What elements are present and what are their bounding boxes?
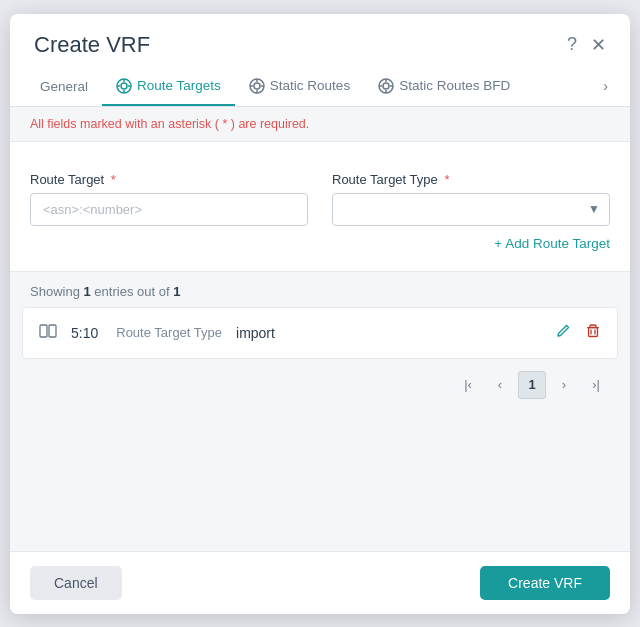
form-section: Route Target * Route Target Type * impor…: [10, 142, 630, 272]
help-button[interactable]: ?: [567, 34, 577, 55]
required-star-1: *: [107, 172, 116, 187]
row-item-icon: [39, 322, 57, 344]
add-route-target-row: + Add Route Target: [30, 226, 610, 251]
required-star-2: *: [441, 172, 450, 187]
row-type-value: import: [236, 325, 275, 341]
tab-static-routes[interactable]: Static Routes: [235, 66, 364, 106]
tab-route-targets-label: Route Targets: [137, 78, 221, 93]
header-icons: ? ✕: [567, 34, 606, 56]
dialog-footer: Cancel Create VRF: [10, 551, 630, 614]
cancel-button[interactable]: Cancel: [30, 566, 122, 600]
delete-row-button[interactable]: [585, 323, 601, 343]
row-type-label: Route Target Type: [116, 325, 222, 340]
route-target-type-select-wrapper: import export both ▼: [332, 193, 610, 226]
table-info: Showing 1 entries out of 1: [10, 272, 630, 307]
svg-rect-19: [49, 325, 56, 337]
dialog-header: Create VRF ? ✕: [10, 14, 630, 58]
tab-static-routes-label: Static Routes: [270, 78, 350, 93]
dialog-title: Create VRF: [34, 32, 150, 58]
row-value: 5:10: [71, 325, 98, 341]
tab-bar: General Route Targets Static Routes Stat…: [10, 66, 630, 107]
create-vrf-dialog: Create VRF ? ✕ General Route Targets Sta…: [10, 14, 630, 614]
asterisk: *: [219, 117, 231, 131]
form-row: Route Target * Route Target Type * impor…: [30, 172, 610, 226]
tab-general[interactable]: General: [26, 67, 102, 106]
close-button[interactable]: ✕: [591, 34, 606, 56]
route-target-field: Route Target *: [30, 172, 308, 226]
route-target-input[interactable]: [30, 193, 308, 226]
svg-rect-18: [40, 325, 47, 337]
static-routes-icon: [249, 78, 265, 94]
route-target-label: Route Target *: [30, 172, 308, 187]
edit-row-button[interactable]: [555, 323, 571, 343]
svg-rect-21: [589, 327, 598, 336]
static-routes-bfd-icon: [378, 78, 394, 94]
create-vrf-button[interactable]: Create VRF: [480, 566, 610, 600]
page-first-button[interactable]: |‹: [454, 371, 482, 399]
table-section: Showing 1 entries out of 1 5:10 Route Ta…: [10, 272, 630, 551]
table-row: 5:10 Route Target Type import: [22, 307, 618, 359]
add-route-target-button[interactable]: + Add Route Target: [494, 236, 610, 251]
row-actions: [555, 323, 601, 343]
svg-point-7: [254, 83, 260, 89]
entries-total: 1: [173, 284, 180, 299]
entries-count: 1: [84, 284, 91, 299]
svg-point-13: [383, 83, 389, 89]
tab-route-targets[interactable]: Route Targets: [102, 66, 235, 106]
tab-general-label: General: [40, 79, 88, 94]
svg-point-1: [121, 83, 127, 89]
page-next-button[interactable]: ›: [550, 371, 578, 399]
tab-scroll-right[interactable]: ›: [597, 66, 614, 106]
route-target-type-select[interactable]: import export both: [332, 193, 610, 226]
page-current-button[interactable]: 1: [518, 371, 546, 399]
pagination: |‹ ‹ 1 › ›|: [10, 359, 630, 411]
route-targets-icon: [116, 78, 132, 94]
page-last-button[interactable]: ›|: [582, 371, 610, 399]
tab-static-routes-bfd[interactable]: Static Routes BFD: [364, 66, 524, 106]
required-note: All fields marked with an asterisk ( * )…: [10, 107, 630, 142]
route-target-type-label: Route Target Type *: [332, 172, 610, 187]
route-target-type-field: Route Target Type * import export both ▼: [332, 172, 610, 226]
page-prev-button[interactable]: ‹: [486, 371, 514, 399]
tab-static-routes-bfd-label: Static Routes BFD: [399, 78, 510, 93]
